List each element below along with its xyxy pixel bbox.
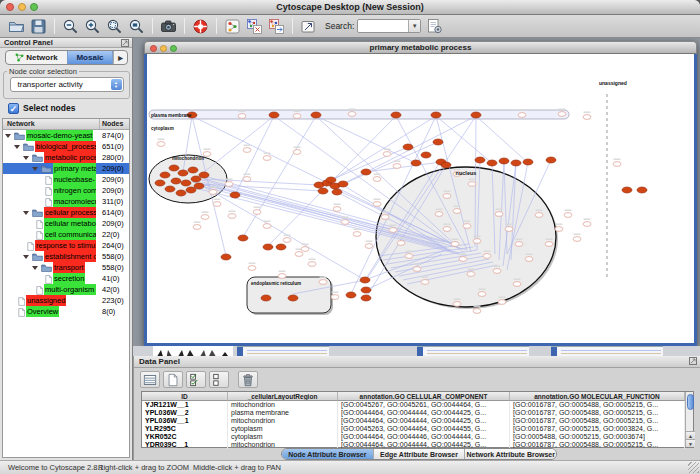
expander-icon[interactable] <box>23 211 29 215</box>
tree-row-primary-metabol[interactable]: primary metabol209(0) <box>3 163 129 174</box>
delete-attribute-button[interactable] <box>238 371 258 388</box>
gene-node <box>225 182 233 187</box>
tab-network[interactable]: Network <box>6 51 67 64</box>
tab-node-attribute-browser[interactable]: Node Attribute Browser <box>282 449 373 459</box>
file-icon <box>45 275 52 284</box>
export-network-icon <box>268 18 285 35</box>
network-view-window[interactable]: primary metabolic process plasma membran… <box>144 41 697 346</box>
scrollbar-thumb[interactable] <box>687 394 694 410</box>
float-panel-icon[interactable] <box>689 357 697 365</box>
zoom-fit-button[interactable] <box>126 16 147 36</box>
vizmapper-button[interactable] <box>222 16 243 36</box>
node-count: 558(0) <box>102 262 124 273</box>
annotation-button[interactable] <box>298 16 319 36</box>
table-row[interactable]: YJR121W__1mitochondrion[GO:0045267, GO:0… <box>142 401 685 409</box>
tree-row-overview[interactable]: Overview8(0) <box>3 306 129 317</box>
tree-row-cell-communicat[interactable]: cell communicat22(0) <box>3 229 129 240</box>
table-cell: YDR039C__1 <box>142 441 228 449</box>
folder-icon <box>41 165 52 173</box>
unselect-all-button[interactable] <box>209 371 229 388</box>
titlebar[interactable]: Cytoscape Desktop (New Session) <box>0 0 700 15</box>
column-header[interactable]: _cellularLayoutRegion <box>228 392 338 401</box>
node-label <box>249 263 256 264</box>
chevron-down-icon[interactable]: ▼ <box>408 20 420 32</box>
gene-node <box>583 115 591 120</box>
column-header[interactable]: annotation.GO MOLECULAR_FUNCTION <box>510 392 685 401</box>
help-button[interactable] <box>190 16 211 36</box>
node-label <box>284 235 291 236</box>
zoom-selected-button[interactable] <box>104 16 125 36</box>
background-window-fragment[interactable] <box>551 346 663 356</box>
background-window-fragment[interactable] <box>417 346 529 356</box>
select-all-button[interactable] <box>186 371 206 388</box>
zoom-in-button[interactable] <box>82 16 103 36</box>
table-row[interactable]: YKR052Ccytoplasm[GO:0044464, GO:0044446,… <box>142 433 685 441</box>
tree-row-unassigned[interactable]: unassigned223(0) <box>3 295 129 306</box>
tree-row-biological-process[interactable]: biological_process651(0) <box>3 141 129 152</box>
node-label <box>514 279 521 280</box>
network-canvas[interactable]: plasma membranecytoplasmmitochondrionnuc… <box>147 54 694 343</box>
tree-row-cellular-process[interactable]: cellular process614(0) <box>3 207 129 218</box>
node-label <box>526 254 533 255</box>
expander-icon[interactable] <box>23 156 29 160</box>
tree-row-macromolecule[interactable]: macromolecule311(0) <box>3 196 129 207</box>
tree-row-secretion[interactable]: secretion41(0) <box>3 273 129 284</box>
dropdown-stepper-icon[interactable]: ▲▼ <box>111 79 122 90</box>
save-button[interactable] <box>28 16 49 36</box>
gene-node <box>545 242 553 247</box>
attribute-select-button[interactable] <box>140 371 160 388</box>
open-file-button[interactable] <box>6 16 27 36</box>
search-input[interactable]: ▼ <box>357 19 421 33</box>
tab-network-attribute-browser[interactable]: Network Attribute Browser <box>464 449 556 459</box>
network-tree-header[interactable]: Network Nodes <box>3 119 129 130</box>
tree-row-nitrogen-compo[interactable]: nitrogen compo209(0) <box>3 185 129 196</box>
expander-icon[interactable] <box>32 266 38 270</box>
scroll-down-icon[interactable]: ▼ <box>686 439 695 447</box>
float-panel-icon[interactable] <box>121 39 129 47</box>
node-label <box>556 224 563 225</box>
background-window-fragment[interactable] <box>237 346 329 356</box>
table-scrollbar[interactable]: ▲ ▼ <box>685 392 693 447</box>
file-icon <box>36 286 43 295</box>
tree-row-mosaic-demo-yeast[interactable]: mosaic-demo-yeast874(0) <box>3 130 129 141</box>
gene-node <box>405 254 413 259</box>
gene-node <box>228 214 236 219</box>
search-config-button[interactable] <box>424 16 445 36</box>
tab-edge-attribute-browser[interactable]: Edge Attribute Browser <box>373 449 465 459</box>
expander-icon[interactable] <box>32 167 38 171</box>
node-label <box>406 251 413 252</box>
node-color-dropdown[interactable]: transporter activity ▲▼ <box>10 77 124 92</box>
tree-row-transport[interactable]: transport558(0) <box>3 262 129 273</box>
snapshot-button[interactable] <box>158 16 179 36</box>
tab-mosaic[interactable]: Mosaic <box>67 51 113 64</box>
expander-icon[interactable] <box>14 145 20 149</box>
tree-row-nucleobase[interactable]: nucleobase-209(0) <box>3 174 129 185</box>
scroll-up-icon[interactable]: ▲ <box>686 431 695 439</box>
expander-icon[interactable] <box>23 255 29 259</box>
cytoscape-logo-art <box>153 346 233 356</box>
tree-label: response to stimulu <box>35 240 96 251</box>
tree-row-establishment-of-lo[interactable]: establishment of lo558(0) <box>3 251 129 262</box>
resize-grip[interactable] <box>688 462 699 473</box>
table-row[interactable]: YPL036W__1mitochondrion[GO:0044464, GO:0… <box>142 417 685 425</box>
table-row[interactable]: YLR295Ccytoplasm[GO:0045263, GO:0044464,… <box>142 425 685 433</box>
tab-overflow-button[interactable]: ▶ <box>113 51 127 64</box>
tree-row-response-to-stimulu[interactable]: response to stimulu264(0) <box>3 240 129 251</box>
toolbar-separator <box>152 18 153 34</box>
node-color-selection-group: Node color selection transporter activit… <box>3 67 130 99</box>
tree-row-cellular-metabo[interactable]: cellular metabo209(0) <box>3 218 129 229</box>
attribute-create-button[interactable] <box>163 371 183 388</box>
expander-icon[interactable] <box>5 134 11 138</box>
network-view-titlebar[interactable]: primary metabolic process <box>144 41 697 54</box>
tree-row-multi-organism-pro[interactable]: multi-organism pro42(0) <box>3 284 129 295</box>
import-network-button[interactable] <box>244 16 265 36</box>
main-toolbar: Search: ▼ <box>0 15 700 38</box>
column-header[interactable]: annotation.GO CELLULAR_COMPONENT <box>338 392 510 401</box>
column-header[interactable]: ID <box>142 392 228 401</box>
tree-row-metabolic-process[interactable]: metabolic process280(0) <box>3 152 129 163</box>
select-nodes-checkbox[interactable]: ✓ <box>8 103 19 114</box>
table-row[interactable]: YPL036W__2plasma membrane[GO:0044464, GO… <box>142 409 685 417</box>
export-network-button[interactable] <box>266 16 287 36</box>
table-cell: [GO:0044464, GO:0044444, GO:0044425, G..… <box>338 417 510 425</box>
zoom-out-button[interactable] <box>60 16 81 36</box>
